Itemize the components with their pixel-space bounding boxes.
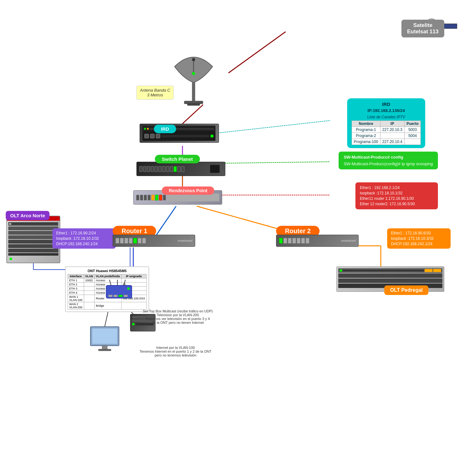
rp-label: Rendezvous Point bbox=[162, 186, 214, 195]
svg-line-3 bbox=[216, 121, 330, 133]
svg-point-31 bbox=[192, 72, 195, 75]
svg-rect-42 bbox=[92, 328, 117, 344]
svg-line-0 bbox=[228, 32, 286, 73]
svg-rect-43 bbox=[102, 346, 107, 350]
svg-rect-38 bbox=[119, 295, 122, 297]
switch-planet-label: Switch Planet bbox=[155, 155, 200, 163]
connections-svg bbox=[0, 0, 476, 451]
svg-rect-28 bbox=[192, 82, 195, 101]
router1-device: routerboard bbox=[113, 235, 195, 247]
svg-point-27 bbox=[192, 58, 195, 61]
satellite-label: Satelite Eutelsat 113 bbox=[401, 20, 444, 37]
router2-device: routerboard bbox=[276, 235, 359, 247]
antena-label: Antena Banda C 3 Metros bbox=[136, 86, 174, 100]
green-config-box: SW-Multicast-Producc# config SW-Multicas… bbox=[339, 152, 438, 169]
rp-info-box: Ether1 : 192.168.2.1/24 loopback :172.18… bbox=[355, 182, 438, 209]
ird-row-2: Programa-2 5004 bbox=[352, 133, 420, 139]
ont-router-device bbox=[105, 279, 133, 304]
ird-device-label: IRD bbox=[154, 125, 176, 133]
ird-table: Nombre IP Puerto Programa-1 227.20.10.3 … bbox=[352, 121, 421, 145]
diagram-container: Satelite Eutelsat 113 Antena Banda C 3 M… bbox=[0, 0, 476, 451]
dish-image bbox=[168, 54, 219, 112]
olt-pedregal-label: OLT Pedregal bbox=[384, 285, 428, 295]
svg-line-35 bbox=[124, 280, 125, 285]
olt-arco-label: OLT Arco Norte bbox=[6, 211, 50, 220]
ird-row-1: Programa-1 227.20.10.3 5003 bbox=[352, 127, 420, 133]
ird-info-box: IRD IP:192.168.2.136/24 Liste de Canales… bbox=[347, 98, 425, 148]
pc-device bbox=[89, 325, 121, 357]
svg-rect-36 bbox=[109, 295, 112, 297]
svg-line-5 bbox=[216, 162, 330, 163]
ird-row-3: Programa-100 227.20.10.4 bbox=[352, 139, 420, 145]
internet-description: Internet por la VLAN-100 Tenemos Interne… bbox=[140, 346, 211, 357]
stb-description: Set Top Box Multicast (recibe tráfico en… bbox=[143, 309, 213, 324]
ird-device bbox=[140, 124, 219, 143]
router1-info-box: Ether1 : 172.16.90.2/24 loopback :172.18… bbox=[52, 228, 116, 249]
svg-rect-44 bbox=[98, 349, 111, 351]
switch-device bbox=[136, 162, 225, 176]
svg-point-40 bbox=[127, 287, 130, 290]
router2-info-box: Ether1 : 172.16.90.6/30 loopback :172.18… bbox=[387, 228, 451, 249]
svg-rect-37 bbox=[114, 295, 117, 297]
svg-line-33 bbox=[109, 280, 111, 285]
svg-rect-39 bbox=[124, 295, 128, 297]
svg-line-7 bbox=[155, 206, 176, 236]
svg-rect-30 bbox=[187, 103, 200, 106]
